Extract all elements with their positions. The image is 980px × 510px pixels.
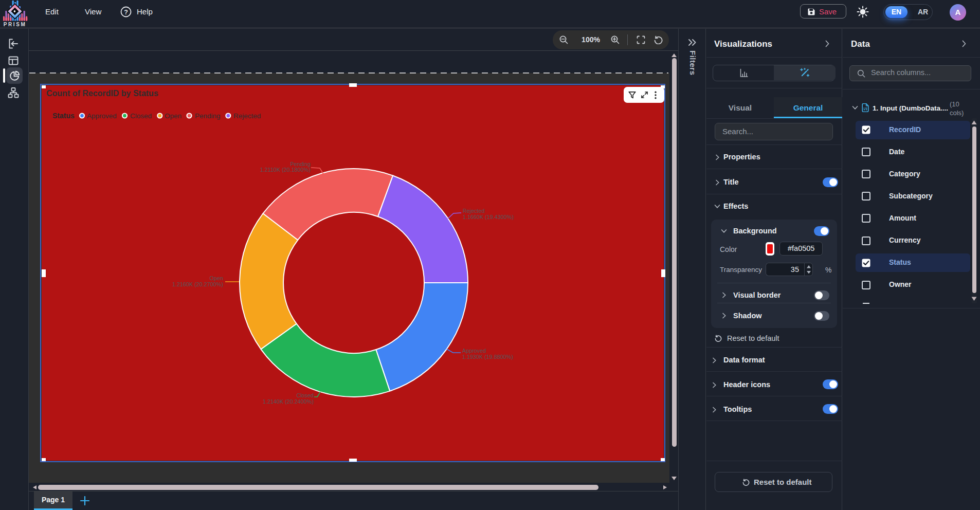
svg-text:Pending: Pending: [290, 161, 311, 167]
svg-text:1.1930K (19.8800%): 1.1930K (19.8800%): [462, 354, 513, 360]
svg-text:?: ?: [124, 9, 128, 16]
svg-text:1.2160K (20.2700%): 1.2160K (20.2700%): [172, 281, 223, 287]
svg-text:Open: Open: [210, 275, 223, 281]
svg-text:1.2110K (20.1800%): 1.2110K (20.1800%): [260, 167, 311, 173]
svg-text:PRISM: PRISM: [4, 22, 27, 27]
svg-text:Closed: Closed: [296, 392, 314, 398]
svg-text:Approved: Approved: [462, 348, 486, 354]
svg-text:1.1660K (19.4300%): 1.1660K (19.4300%): [463, 214, 514, 220]
svg-text:1.2140K (20.2400%): 1.2140K (20.2400%): [263, 398, 314, 405]
svg-text:Rejected: Rejected: [463, 208, 485, 214]
